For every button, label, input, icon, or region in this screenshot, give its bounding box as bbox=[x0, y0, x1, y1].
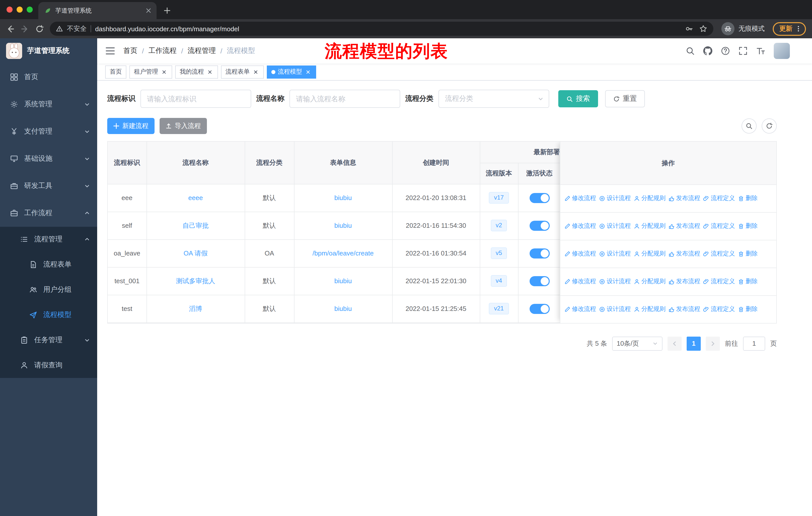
active-toggle[interactable] bbox=[529, 276, 549, 286]
help-icon[interactable] bbox=[721, 46, 730, 55]
page-size-select[interactable]: 10条/页 bbox=[612, 336, 663, 350]
close-icon[interactable] bbox=[206, 68, 213, 75]
action-assign-rule[interactable]: 分配规则 bbox=[634, 194, 666, 203]
action-edit-process[interactable]: 修改流程 bbox=[564, 277, 596, 286]
action-design-process[interactable]: 设计流程 bbox=[599, 250, 631, 258]
back-icon[interactable] bbox=[6, 24, 14, 33]
form-info-link[interactable]: /bpm/oa/leave/create bbox=[313, 249, 374, 257]
process-name-link[interactable]: OA 请假 bbox=[183, 249, 207, 257]
browser-update-button[interactable]: 更新 bbox=[773, 22, 806, 35]
action-edit-process[interactable]: 修改流程 bbox=[564, 305, 596, 314]
action-assign-rule[interactable]: 分配规则 bbox=[634, 305, 666, 314]
active-toggle[interactable] bbox=[529, 220, 549, 230]
reload-icon[interactable] bbox=[35, 24, 44, 33]
app-logo[interactable]: 芋道管理系统 bbox=[0, 38, 97, 63]
action-publish-process[interactable]: 发布流程 bbox=[669, 250, 700, 258]
new-tab-button[interactable] bbox=[160, 3, 175, 18]
breadcrumb-workflow[interactable]: 工作流程 bbox=[148, 46, 177, 55]
action-assign-rule[interactable]: 分配规则 bbox=[634, 222, 666, 230]
close-icon[interactable] bbox=[161, 68, 168, 75]
action-process-definition[interactable]: 流程定义 bbox=[703, 250, 735, 258]
action-process-definition[interactable]: 流程定义 bbox=[703, 222, 735, 230]
process-name-input[interactable] bbox=[289, 90, 400, 108]
page-1-button[interactable]: 1 bbox=[687, 336, 701, 350]
breadcrumb-home[interactable]: 首页 bbox=[123, 46, 138, 55]
window-close-button[interactable] bbox=[6, 6, 12, 12]
tag-tenant[interactable]: 租户管理 bbox=[129, 65, 172, 78]
process-name-link[interactable]: 滔博 bbox=[189, 305, 202, 312]
action-design-process[interactable]: 设计流程 bbox=[599, 222, 631, 230]
action-edit-process[interactable]: 修改流程 bbox=[564, 194, 596, 203]
action-publish-process[interactable]: 发布流程 bbox=[669, 277, 700, 286]
close-icon[interactable] bbox=[252, 68, 259, 75]
action-delete[interactable]: 删除 bbox=[738, 305, 758, 314]
active-toggle[interactable] bbox=[529, 193, 549, 203]
sidebar-item-payment[interactable]: 支付管理 bbox=[0, 118, 97, 145]
action-assign-rule[interactable]: 分配规则 bbox=[634, 250, 666, 258]
action-delete[interactable]: 删除 bbox=[738, 222, 758, 230]
process-name-link[interactable]: eeee bbox=[188, 194, 203, 201]
sidebar-item-process-management[interactable]: 流程管理 bbox=[0, 227, 97, 252]
form-info-link[interactable]: biubiu bbox=[334, 194, 352, 201]
action-publish-process[interactable]: 发布流程 bbox=[669, 305, 700, 314]
process-id-input[interactable] bbox=[141, 90, 251, 108]
action-edit-process[interactable]: 修改流程 bbox=[564, 222, 596, 230]
sidebar-item-dev-tools[interactable]: 研发工具 bbox=[0, 172, 97, 199]
breadcrumb-process-management[interactable]: 流程管理 bbox=[188, 46, 216, 55]
user-avatar[interactable] bbox=[774, 43, 790, 59]
fullscreen-icon[interactable] bbox=[738, 46, 748, 55]
sidebar-item-workflow[interactable]: 工作流程 bbox=[0, 199, 97, 227]
action-edit-process[interactable]: 修改流程 bbox=[564, 250, 596, 258]
window-zoom-button[interactable] bbox=[27, 6, 33, 12]
address-bar[interactable]: 不安全 dashboard.yudao.iocoder.cn/bpm/manag… bbox=[50, 22, 713, 36]
close-icon[interactable] bbox=[304, 68, 312, 75]
action-process-definition[interactable]: 流程定义 bbox=[703, 194, 735, 203]
sidebar-item-infrastructure[interactable]: 基础设施 bbox=[0, 145, 97, 172]
action-process-definition[interactable]: 流程定义 bbox=[703, 277, 735, 286]
window-minimize-button[interactable] bbox=[17, 6, 23, 12]
action-delete[interactable]: 删除 bbox=[738, 250, 758, 258]
process-category-select[interactable]: 流程分类 bbox=[438, 90, 549, 108]
process-name-link[interactable]: 自己审批 bbox=[182, 221, 209, 229]
tab-close-icon[interactable] bbox=[144, 6, 152, 15]
search-button[interactable]: 搜索 bbox=[558, 90, 598, 107]
tag-my-process[interactable]: 我的流程 bbox=[175, 65, 218, 78]
action-process-definition[interactable]: 流程定义 bbox=[703, 305, 735, 314]
form-info-link[interactable]: biubiu bbox=[334, 277, 352, 285]
import-process-button[interactable]: 导入流程 bbox=[160, 118, 207, 134]
create-process-button[interactable]: 新建流程 bbox=[107, 118, 154, 134]
action-delete[interactable]: 删除 bbox=[738, 277, 758, 286]
sidebar-item-process-model[interactable]: 流程模型 bbox=[0, 302, 97, 328]
sidebar-item-task-management[interactable]: 任务管理 bbox=[0, 328, 97, 353]
sidebar-item-leave-query[interactable]: 请假查询 bbox=[0, 353, 97, 378]
action-publish-process[interactable]: 发布流程 bbox=[669, 222, 700, 230]
sidebar-item-home[interactable]: 首页 bbox=[0, 63, 97, 91]
browser-tab[interactable]: 芋道管理系统 bbox=[38, 2, 156, 19]
tag-process-form[interactable]: 流程表单 bbox=[221, 65, 264, 78]
prev-page-button[interactable] bbox=[668, 336, 682, 350]
action-publish-process[interactable]: 发布流程 bbox=[669, 194, 700, 203]
action-design-process[interactable]: 设计流程 bbox=[599, 305, 631, 314]
action-design-process[interactable]: 设计流程 bbox=[599, 194, 631, 203]
font-size-icon[interactable] bbox=[756, 46, 765, 55]
toggle-search-button[interactable] bbox=[742, 118, 757, 134]
reset-button[interactable]: 重置 bbox=[605, 90, 645, 107]
form-info-link[interactable]: biubiu bbox=[334, 222, 352, 229]
password-key-icon[interactable] bbox=[685, 25, 693, 33]
search-icon[interactable] bbox=[686, 46, 695, 55]
process-name-link[interactable]: 测试多审批人 bbox=[176, 277, 215, 284]
browser-menu-icon[interactable] bbox=[795, 25, 802, 32]
tag-home[interactable]: 首页 bbox=[105, 65, 126, 78]
sidebar-item-process-form[interactable]: 流程表单 bbox=[0, 252, 97, 277]
active-toggle[interactable] bbox=[529, 248, 549, 258]
github-icon[interactable] bbox=[703, 46, 712, 55]
tag-process-model[interactable]: 流程模型 bbox=[267, 65, 316, 78]
action-design-process[interactable]: 设计流程 bbox=[599, 277, 631, 286]
refresh-table-button[interactable] bbox=[762, 118, 777, 134]
goto-page-input[interactable] bbox=[743, 336, 765, 350]
forward-icon[interactable] bbox=[21, 24, 29, 33]
sidebar-item-system[interactable]: 系统管理 bbox=[0, 91, 97, 118]
sidebar-collapse-icon[interactable] bbox=[105, 46, 115, 56]
action-delete[interactable]: 删除 bbox=[738, 194, 758, 203]
sidebar-item-user-group[interactable]: 用户分组 bbox=[0, 277, 97, 302]
